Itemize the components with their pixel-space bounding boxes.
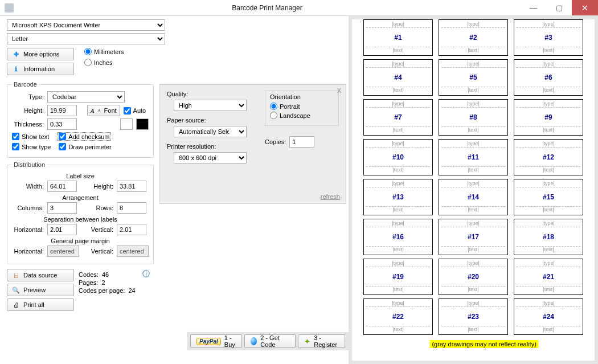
units-in-radio[interactable]: Inches	[84, 59, 124, 66]
preview-type-placeholder: |type|	[441, 220, 505, 227]
get-code-button[interactable]: 2 - Get Code	[244, 334, 296, 348]
label-size-heading: Label size	[12, 173, 149, 179]
thickness-label: Thickness:	[12, 121, 44, 128]
window-title: Barcode Print Manager	[14, 4, 521, 12]
print-settings-panel: X Quality: High Paper source: Automatica…	[159, 84, 346, 204]
preview-label-number: #14	[468, 193, 479, 201]
add-checksum-checkbox[interactable]: Add checksum	[57, 132, 111, 141]
preview-label-number: #13	[392, 193, 404, 201]
resolution-select[interactable]: 600 x 600 dpi	[174, 152, 247, 163]
preview-label-cell: |type|#1|text|	[363, 19, 433, 56]
rows-input[interactable]	[117, 202, 146, 214]
type-label: Type:	[12, 93, 44, 100]
preview-text-placeholder: |text|	[517, 247, 580, 253]
orientation-portrait-radio[interactable]: Portrait	[270, 103, 334, 110]
show-text-checkbox[interactable]: Show text	[12, 133, 49, 140]
buy-button[interactable]: PayPal 1 - Buy	[190, 334, 242, 348]
barcode-type-select[interactable]: Codebar	[47, 91, 125, 103]
preview-type-placeholder: |type|	[366, 260, 430, 267]
preview-label-cell: |type|#8|text|	[439, 99, 508, 136]
star-icon: ✦	[304, 337, 310, 346]
info-hint-icon[interactable]: ⓘ	[142, 269, 150, 311]
preview-label-number: #12	[543, 153, 554, 161]
panel-close-button[interactable]: X	[337, 87, 341, 94]
preview-text-placeholder: |text|	[517, 127, 580, 134]
codes-value: 46	[102, 271, 109, 278]
barcode-height-input[interactable]	[47, 105, 77, 116]
register-toolbar: PayPal 1 - Buy 2 - Get Code ✦ 3 - Regist…	[187, 332, 349, 350]
preview-text-placeholder: |text|	[441, 207, 505, 214]
register-button[interactable]: ✦ 3 - Register	[298, 334, 345, 348]
paper-size-select[interactable]: Letter	[7, 33, 165, 44]
refresh-link[interactable]: refresh	[321, 193, 340, 200]
preview-label-cell: |type|#12|text|	[514, 139, 583, 175]
units-mm-radio[interactable]: Millimeters	[84, 48, 124, 55]
preview-type-placeholder: |type|	[517, 61, 580, 68]
preview-type-placeholder: |type|	[441, 61, 505, 68]
more-options-button[interactable]: ✚ More options	[7, 48, 74, 60]
printer-select[interactable]: Microsoft XPS Document Writer	[7, 19, 165, 31]
info-icon: ℹ	[12, 65, 20, 73]
orientation-label: Orientation	[270, 93, 334, 100]
preview-label-cell: |type|#2|text|	[439, 19, 508, 56]
thickness-input[interactable]	[47, 118, 77, 130]
preview-text-placeholder: |text|	[517, 207, 580, 214]
show-type-checkbox[interactable]: Show type	[12, 143, 51, 150]
margin-vert-input	[117, 246, 149, 257]
paper-source-select[interactable]: Automatically Select	[174, 126, 247, 137]
globe-icon	[251, 337, 257, 345]
sep-horiz-input[interactable]	[47, 224, 77, 235]
paypal-icon: PayPal	[196, 338, 221, 345]
label-width-input[interactable]	[47, 181, 77, 192]
sep-vert-input[interactable]	[117, 224, 146, 235]
preview-label-cell: |type|#15|text|	[514, 179, 583, 215]
foreground-color-box[interactable]	[120, 118, 133, 130]
background-color-box[interactable]	[136, 118, 149, 130]
preview-label-number: #5	[469, 73, 477, 81]
preview-text-placeholder: |text|	[366, 167, 430, 174]
preview-label-number: #8	[469, 113, 477, 121]
close-button[interactable]: ✕	[572, 0, 598, 15]
preview-label-number: #10	[392, 153, 404, 161]
preview-type-placeholder: |type|	[441, 21, 505, 28]
preview-type-placeholder: |type|	[517, 181, 580, 187]
preview-label-number: #7	[394, 113, 402, 121]
preview-label-cell: |type|#19|text|	[363, 259, 433, 295]
preview-type-placeholder: |type|	[366, 141, 430, 148]
preview-type-placeholder: |type|	[366, 101, 430, 108]
barcode-group: Barcode Type: Codebar Height: AA Font Au…	[7, 81, 154, 158]
auto-checkbox[interactable]: Auto	[124, 107, 146, 114]
preview-label-cell: |type|#18|text|	[514, 219, 583, 255]
preview-label-cell: |type|#14|text|	[439, 179, 508, 215]
minimize-button[interactable]: —	[521, 0, 546, 15]
orientation-landscape-radio[interactable]: Landscape	[270, 112, 334, 119]
font-button[interactable]: AA Font	[87, 105, 120, 116]
maximize-button[interactable]: ▢	[546, 0, 572, 15]
preview-text-placeholder: |text|	[366, 207, 430, 214]
label-height-input[interactable]	[117, 181, 146, 192]
information-button[interactable]: ℹ Information	[7, 63, 74, 75]
preview-label-cell: |type|#22|text|	[363, 298, 433, 335]
preview-label-number: #19	[392, 273, 404, 281]
preview-type-placeholder: |type|	[441, 300, 505, 307]
copies-input[interactable]	[289, 136, 314, 148]
preview-text-placeholder: |text|	[366, 326, 430, 333]
preview-label-number: #20	[468, 273, 479, 281]
preview-icon: 🔍	[12, 286, 20, 294]
preview-text-placeholder: |text|	[441, 287, 505, 293]
quality-select[interactable]: High	[174, 100, 247, 111]
columns-input[interactable]	[47, 202, 77, 214]
preview-button[interactable]: 🔍 Preview	[7, 284, 74, 296]
preview-type-placeholder: |type|	[441, 101, 505, 108]
draw-perimeter-checkbox[interactable]: Draw perimeter	[59, 143, 111, 150]
preview-text-placeholder: |text|	[441, 87, 505, 94]
preview-label-cell: |type|#17|text|	[439, 219, 508, 255]
plus-icon: ✚	[12, 50, 20, 58]
preview-text-placeholder: |text|	[366, 87, 430, 94]
preview-text-placeholder: |text|	[441, 47, 505, 54]
preview-type-placeholder: |type|	[517, 220, 580, 227]
print-all-button[interactable]: 🖨 Print all	[7, 298, 74, 311]
preview-label-cell: |type|#5|text|	[439, 59, 508, 96]
preview-label-cell: |type|#11|text|	[439, 139, 508, 175]
data-source-button[interactable]: ⌸ Data source	[7, 269, 74, 281]
